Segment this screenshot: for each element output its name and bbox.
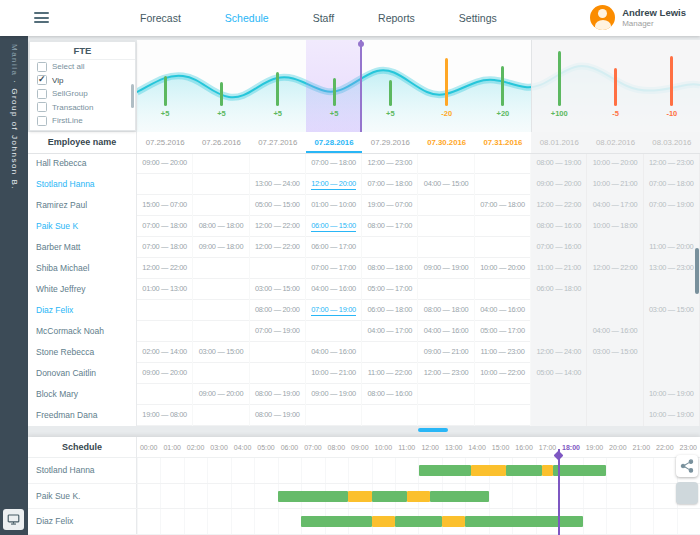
shift-cell[interactable]: 10:00 — 20:00	[475, 258, 531, 279]
shift-cell[interactable]: 07:00 — 18:00	[137, 216, 193, 237]
shift-cell[interactable]	[193, 279, 249, 300]
shift-cell[interactable]: 01:00 — 10:00	[306, 195, 362, 216]
shift-cell[interactable]	[362, 342, 418, 363]
employee-name[interactable]: Shiba Michael	[28, 258, 137, 279]
employee-name[interactable]: White Jeffrey	[28, 279, 137, 300]
shift-cell[interactable]: 03:00 — 15:00	[644, 300, 700, 321]
shift-cell[interactable]: 02:00 — 14:00	[137, 342, 193, 363]
shift-cell[interactable]	[193, 363, 249, 384]
shift-cell[interactable]: 04:00 — 15:00	[419, 174, 475, 195]
filter-option-vip[interactable]: Vip	[30, 74, 135, 88]
shift-cell[interactable]: 12:00 — 22:00	[531, 195, 587, 216]
employee-name[interactable]: Barber Matt	[28, 237, 137, 258]
shift-cell[interactable]: 11:00 — 21:00	[531, 258, 587, 279]
checkbox-icon[interactable]	[37, 89, 47, 99]
filter-option-transaction[interactable]: Transaction	[30, 101, 135, 115]
shift-cell[interactable]: 12:00 — 22:00	[250, 216, 306, 237]
employee-name[interactable]: McCormack Noah	[28, 321, 137, 342]
checkbox-icon[interactable]	[37, 75, 47, 85]
shift-cell[interactable]: 09:00 — 18:00	[193, 237, 249, 258]
employee-name[interactable]: Freedman Dana	[28, 405, 137, 426]
shift-cell[interactable]	[193, 153, 249, 174]
shift-cell[interactable]: 06:00 — 17:00	[306, 237, 362, 258]
shift-cell[interactable]: 04:00 — 16:00	[306, 342, 362, 363]
shift-cell[interactable]	[644, 321, 700, 342]
shift-cell[interactable]	[475, 279, 531, 300]
shift-cell[interactable]	[137, 300, 193, 321]
shift-cell[interactable]: 08:00 — 17:00	[362, 216, 418, 237]
gantt-activity-segment[interactable]	[348, 491, 371, 502]
date-header-07.31.2016[interactable]: 07.31.2016	[475, 132, 531, 153]
shift-cell[interactable]: 08:00 — 18:00	[419, 300, 475, 321]
shift-cell[interactable]: 07:00 — 17:00	[306, 258, 362, 279]
shift-cell[interactable]: 08:00 — 18:00	[362, 258, 418, 279]
shift-cell[interactable]: 12:00 — 24:00	[531, 342, 587, 363]
shift-cell[interactable]	[193, 405, 249, 426]
shift-cell[interactable]: 06:00 — 18:00	[362, 300, 418, 321]
shift-cell[interactable]: 08:00 — 18:00	[193, 216, 249, 237]
shift-cell[interactable]	[193, 195, 249, 216]
shift-cell[interactable]	[306, 405, 362, 426]
shift-cell[interactable]: 10:00 — 19:00	[644, 405, 700, 426]
date-header-07.26.2016[interactable]: 07.26.2016	[193, 132, 249, 153]
shift-cell[interactable]: 09:00 — 20:00	[137, 153, 193, 174]
gantt-employee-name[interactable]: Paik Sue K.	[28, 484, 137, 509]
filter-option-sellgroup[interactable]: SellGroup	[30, 87, 135, 101]
shift-cell[interactable]: 11:00 — 20:00	[644, 237, 700, 258]
gantt-shift-segment[interactable]	[278, 491, 348, 502]
shift-cell[interactable]: 05:00 — 17:00	[362, 279, 418, 300]
shift-cell[interactable]	[644, 216, 700, 237]
shift-cell[interactable]	[193, 174, 249, 195]
share-button[interactable]	[676, 455, 698, 477]
shift-cell[interactable]: 13:00 — 23:00	[644, 258, 700, 279]
shift-cell[interactable]: 03:00 — 15:00	[587, 342, 643, 363]
nav-item-reports[interactable]: Reports	[378, 12, 415, 24]
shift-cell[interactable]: 04:00 — 17:00	[362, 321, 418, 342]
filter-option-firstline[interactable]: FirstLine	[30, 114, 135, 128]
shift-cell[interactable]	[475, 384, 531, 405]
shift-cell[interactable]	[531, 300, 587, 321]
gantt-shift-segment[interactable]	[465, 516, 582, 527]
shift-cell[interactable]: 10:00 — 20:00	[587, 153, 643, 174]
shift-cell[interactable]: 12:00 — 22:00	[587, 258, 643, 279]
shift-cell[interactable]: 07:00 — 18:00	[362, 174, 418, 195]
date-header-08.01.2016[interactable]: 08.01.2016	[531, 132, 587, 153]
gantt-employee-name[interactable]: Stotland Hanna	[28, 458, 137, 483]
employee-name[interactable]: Block Mary	[28, 384, 137, 405]
shift-cell[interactable]: 12:00 — 23:00	[644, 153, 700, 174]
vertical-scrollbar-thumb[interactable]	[695, 248, 699, 294]
shift-cell[interactable]: 03:00 — 15:00	[193, 342, 249, 363]
shift-cell[interactable]: 09:00 — 20:00	[137, 363, 193, 384]
shift-cell[interactable]	[419, 237, 475, 258]
gantt-activity-segment[interactable]	[442, 516, 465, 527]
shift-cell[interactable]	[587, 363, 643, 384]
shift-cell[interactable]: 09:00 — 21:00	[419, 342, 475, 363]
shift-cell[interactable]: 04:00 — 16:00	[419, 321, 475, 342]
collapsed-panel-button[interactable]	[676, 482, 698, 504]
user-menu[interactable]: Andrew Lewis Manager	[590, 5, 686, 30]
shift-cell[interactable]: 09:00 — 19:00	[419, 258, 475, 279]
employee-name[interactable]: Donovan Caitlin	[28, 363, 137, 384]
date-header-07.27.2016[interactable]: 07.27.2016	[250, 132, 306, 153]
employee-name[interactable]: Paik Sue K	[28, 216, 137, 237]
shift-cell[interactable]	[587, 300, 643, 321]
shift-cell[interactable]: 12:00 — 22:00	[250, 237, 306, 258]
shift-cell[interactable]: 07:00 — 18:00	[306, 153, 362, 174]
shift-cell[interactable]: 08:00 — 16:00	[531, 216, 587, 237]
employee-name[interactable]: Stotland Hanna	[28, 174, 137, 195]
shift-cell[interactable]: 07:00 — 18:00	[475, 195, 531, 216]
shift-cell[interactable]: 07:00 — 19:00	[306, 300, 362, 321]
shift-cell[interactable]: 08:00 — 16:00	[362, 384, 418, 405]
shift-cell[interactable]: 19:00 — 07:00	[362, 195, 418, 216]
shift-cell[interactable]: 05:00 — 17:00	[475, 321, 531, 342]
shift-cell[interactable]	[531, 321, 587, 342]
shift-cell[interactable]: 08:00 — 19:00	[250, 384, 306, 405]
shift-cell[interactable]	[644, 279, 700, 300]
shift-cell[interactable]: 05:00 — 14:00	[531, 363, 587, 384]
shift-cell[interactable]: 12:00 — 23:00	[362, 153, 418, 174]
shift-cell[interactable]	[250, 258, 306, 279]
shift-cell[interactable]: 13:00 — 24:00	[250, 174, 306, 195]
shift-cell[interactable]: 07:00 — 19:00	[644, 195, 700, 216]
shift-cell[interactable]: 04:00 — 16:00	[306, 279, 362, 300]
date-header-08.02.2016[interactable]: 08.02.2016	[587, 132, 643, 153]
